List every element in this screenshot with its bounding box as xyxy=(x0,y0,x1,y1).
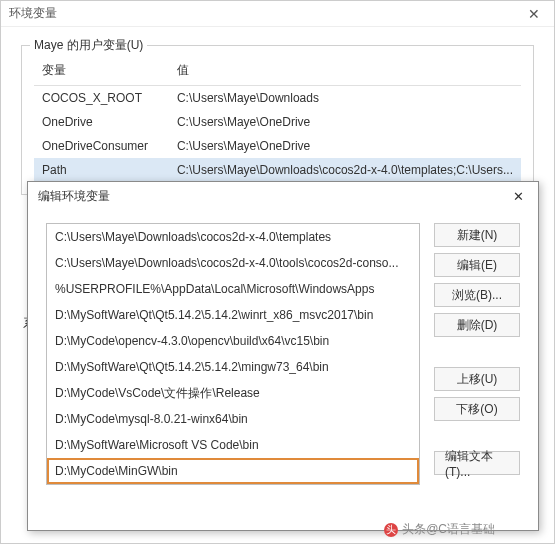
user-vars-label: Maye 的用户变量(U) xyxy=(30,37,147,54)
user-vars-group: Maye 的用户变量(U) 变量 值 COCOS_X_ROOT C:\Users… xyxy=(21,45,534,195)
var-value: C:\Users\Maye\Downloads xyxy=(169,86,521,111)
table-row[interactable]: Path C:\Users\Maye\Downloads\cocos2d-x-4… xyxy=(34,158,521,182)
dialog-title: 环境变量 xyxy=(9,5,57,22)
var-name: Path xyxy=(34,158,169,182)
watermark: 头 头条@C语言基础 xyxy=(384,521,495,538)
var-name: OneDriveConsumer xyxy=(34,134,169,158)
var-name: COCOS_X_ROOT xyxy=(34,86,169,111)
edit-text-button[interactable]: 编辑文本(T)... xyxy=(434,451,520,475)
path-list[interactable]: C:\Users\Maye\Downloads\cocos2d-x-4.0\te… xyxy=(46,223,420,485)
list-item[interactable]: D:\MyCode\VsCode\文件操作\Release xyxy=(47,380,419,406)
list-item[interactable]: D:\MyCode\mysql-8.0.21-winx64\bin xyxy=(47,406,419,432)
edit-dialog-titlebar: 编辑环境变量 ✕ xyxy=(28,182,538,211)
var-value: C:\Users\Maye\OneDrive xyxy=(169,134,521,158)
dialog-titlebar: 环境变量 ✕ xyxy=(1,1,554,27)
move-down-button[interactable]: 下移(O) xyxy=(434,397,520,421)
close-icon[interactable]: ✕ xyxy=(509,189,528,204)
delete-button[interactable]: 删除(D) xyxy=(434,313,520,337)
list-item-highlighted[interactable]: D:\MyCode\MinGW\bin xyxy=(47,458,419,484)
list-item[interactable]: D:\MyCode\opencv-4.3.0\opencv\build\x64\… xyxy=(47,328,419,354)
watermark-text: 头条@C语言基础 xyxy=(402,521,495,538)
var-value: C:\Users\Maye\Downloads\cocos2d-x-4.0\te… xyxy=(169,158,521,182)
col-header-var[interactable]: 变量 xyxy=(34,56,169,86)
browse-button[interactable]: 浏览(B)... xyxy=(434,283,520,307)
edit-dialog-title: 编辑环境变量 xyxy=(38,188,110,205)
edit-dialog-body: C:\Users\Maye\Downloads\cocos2d-x-4.0\te… xyxy=(28,211,538,495)
list-item[interactable]: D:\MySoftWare\Microsoft VS Code\bin xyxy=(47,432,419,458)
table-row[interactable]: COCOS_X_ROOT C:\Users\Maye\Downloads xyxy=(34,86,521,111)
edit-env-var-dialog: 编辑环境变量 ✕ C:\Users\Maye\Downloads\cocos2d… xyxy=(27,181,539,531)
table-row[interactable]: OneDrive C:\Users\Maye\OneDrive xyxy=(34,110,521,134)
list-item[interactable]: C:\Users\Maye\Downloads\cocos2d-x-4.0\te… xyxy=(47,224,419,250)
list-item[interactable]: %USERPROFILE%\AppData\Local\Microsoft\Wi… xyxy=(47,276,419,302)
col-header-value[interactable]: 值 xyxy=(169,56,521,86)
list-item[interactable]: D:\MySoftWare\Qt\Qt5.14.2\5.14.2\mingw73… xyxy=(47,354,419,380)
user-vars-table[interactable]: 变量 值 COCOS_X_ROOT C:\Users\Maye\Download… xyxy=(34,56,521,182)
var-value: C:\Users\Maye\OneDrive xyxy=(169,110,521,134)
list-item[interactable]: D:\MySoftWare\Qt\Qt5.14.2\5.14.2\winrt_x… xyxy=(47,302,419,328)
edit-button[interactable]: 编辑(E) xyxy=(434,253,520,277)
table-row[interactable]: OneDriveConsumer C:\Users\Maye\OneDrive xyxy=(34,134,521,158)
list-item[interactable]: C:\Users\Maye\Downloads\cocos2d-x-4.0\to… xyxy=(47,250,419,276)
var-name: OneDrive xyxy=(34,110,169,134)
move-up-button[interactable]: 上移(U) xyxy=(434,367,520,391)
close-icon[interactable]: ✕ xyxy=(522,6,546,22)
side-buttons: 新建(N) 编辑(E) 浏览(B)... 删除(D) 上移(U) 下移(O) 编… xyxy=(434,223,520,485)
watermark-icon: 头 xyxy=(384,523,398,537)
new-button[interactable]: 新建(N) xyxy=(434,223,520,247)
